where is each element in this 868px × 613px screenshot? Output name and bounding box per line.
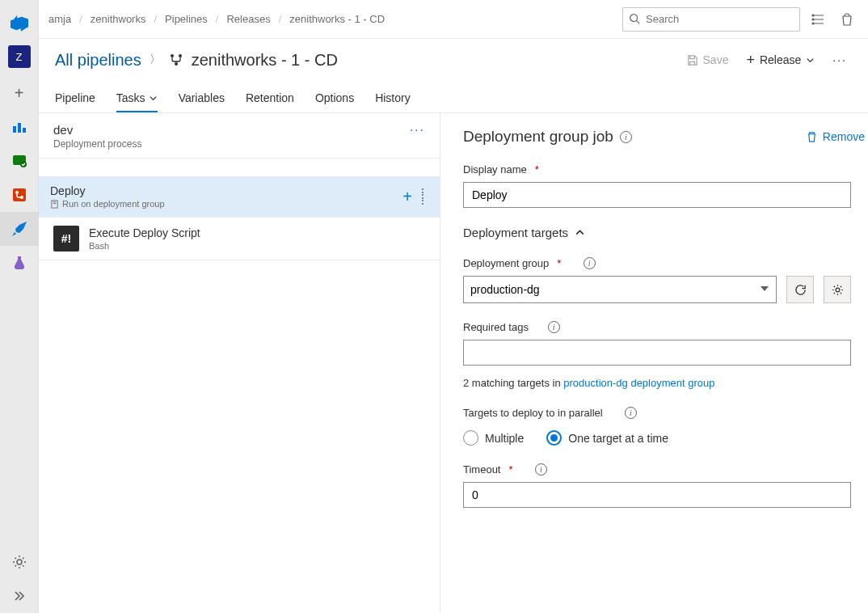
crumb[interactable]: zenithworks xyxy=(91,13,146,25)
trash-icon xyxy=(806,131,818,143)
manage-button[interactable] xyxy=(824,276,851,303)
all-pipelines-link[interactable]: All pipelines xyxy=(55,51,141,70)
required-tags-input[interactable] xyxy=(463,340,851,366)
display-name-input[interactable] xyxy=(463,182,851,208)
chevron-down-icon xyxy=(806,56,815,65)
svg-point-10 xyxy=(812,15,814,16)
release-button[interactable]: + Release xyxy=(741,49,820,72)
chevron-right-icon: 〉 xyxy=(150,53,161,67)
title-bar: All pipelines 〉 zenithworks - 1 - CD Sav… xyxy=(39,39,868,81)
pipeline-type-icon xyxy=(169,53,183,67)
info-icon[interactable]: i xyxy=(535,463,547,476)
matching-targets-text: 2 matching targets in production-dg depl… xyxy=(463,377,851,389)
stage-header[interactable]: dev Deployment process ··· xyxy=(39,113,440,159)
task-subtitle: Run on deployment group xyxy=(50,199,402,209)
timeout-input[interactable] xyxy=(463,482,851,508)
radio-multiple[interactable]: Multiple xyxy=(463,430,524,446)
tab-tasks[interactable]: Tasks xyxy=(116,91,158,112)
info-icon[interactable]: i xyxy=(548,321,560,333)
rail-boards-icon[interactable] xyxy=(0,144,39,178)
crumb[interactable]: amja xyxy=(48,13,71,25)
crumb[interactable]: Releases xyxy=(226,13,270,25)
task-list-pane: dev Deployment process ··· Deploy Run on… xyxy=(39,113,440,613)
azure-devops-logo[interactable] xyxy=(10,13,29,32)
svg-rect-5 xyxy=(13,188,26,201)
deployment-group-link[interactable]: production-dg deployment group xyxy=(563,377,714,389)
marketplace-icon[interactable] xyxy=(807,8,829,31)
main-area: amja/ zenithworks/ Pipelines/ Releases/ … xyxy=(39,0,868,613)
svg-point-9 xyxy=(630,14,638,21)
search-box[interactable] xyxy=(622,7,800,32)
save-icon xyxy=(686,54,698,66)
search-icon xyxy=(629,13,640,24)
add-icon[interactable]: + xyxy=(0,76,39,110)
tab-history[interactable]: History xyxy=(375,91,411,112)
svg-point-12 xyxy=(812,23,814,24)
rail-repos-icon[interactable] xyxy=(0,178,39,212)
info-icon[interactable]: i xyxy=(625,407,637,419)
required-tags-label: Required tags i xyxy=(463,321,851,333)
timeout-label: Timeout * i xyxy=(463,463,851,476)
tab-variables[interactable]: Variables xyxy=(179,91,225,112)
tab-strip: Pipeline Tasks Variables Retention Optio… xyxy=(39,81,868,113)
rail-settings-icon[interactable] xyxy=(0,545,39,579)
rail-collapse-icon[interactable] xyxy=(0,579,39,613)
bash-icon: #! xyxy=(53,226,79,252)
deployment-group-select[interactable]: production-dg xyxy=(463,276,777,303)
tab-retention[interactable]: Retention xyxy=(246,91,294,112)
deployment-group-label: Deployment group * i xyxy=(463,257,851,269)
task-title: Execute Deploy Script xyxy=(89,226,425,239)
svg-point-11 xyxy=(812,19,814,20)
server-icon xyxy=(50,200,59,209)
rail-testplans-icon[interactable] xyxy=(0,246,39,280)
stage-more-button[interactable]: ··· xyxy=(410,123,425,137)
svg-point-8 xyxy=(17,560,22,564)
chevron-down-icon xyxy=(149,94,158,103)
properties-pane: Deployment group job i Remove Display na… xyxy=(440,113,868,613)
rail-pipelines-icon[interactable] xyxy=(0,212,39,246)
breadcrumb: amja/ zenithworks/ Pipelines/ Releases/ … xyxy=(48,13,385,25)
svg-point-7 xyxy=(20,196,23,199)
task-subtitle: Bash xyxy=(89,241,425,251)
rail-overview-icon[interactable] xyxy=(0,110,39,144)
svg-point-17 xyxy=(836,288,840,292)
project-badge[interactable]: Z xyxy=(8,45,31,68)
svg-point-13 xyxy=(171,54,174,57)
plus-icon: + xyxy=(746,52,755,69)
info-icon[interactable]: i xyxy=(620,131,632,143)
crumb[interactable]: Pipelines xyxy=(165,13,208,25)
more-actions-button[interactable]: ··· xyxy=(828,50,852,70)
svg-point-6 xyxy=(15,191,19,194)
tab-options[interactable]: Options xyxy=(315,91,354,112)
task-deploy-job[interactable]: Deploy Run on deployment group + xyxy=(39,176,440,218)
info-icon[interactable]: i xyxy=(584,257,596,269)
search-input[interactable] xyxy=(622,7,800,32)
drag-handle-icon[interactable] xyxy=(420,188,425,205)
shopping-bag-icon[interactable] xyxy=(836,8,858,31)
add-task-button[interactable]: + xyxy=(402,188,412,206)
svg-rect-0 xyxy=(13,126,16,133)
svg-rect-2 xyxy=(23,128,26,133)
parallel-label: Targets to deploy to in parallel i xyxy=(463,407,851,419)
stage-subtitle: Deployment process xyxy=(53,138,410,150)
tab-pipeline[interactable]: Pipeline xyxy=(55,91,95,112)
refresh-button[interactable] xyxy=(786,276,814,303)
panel-heading: Deployment group job i xyxy=(463,128,632,146)
svg-point-15 xyxy=(175,62,178,66)
save-button[interactable]: Save xyxy=(681,50,734,70)
svg-rect-1 xyxy=(18,123,21,133)
deployment-targets-section[interactable]: Deployment targets xyxy=(463,226,868,239)
display-name-label: Display name * xyxy=(463,163,851,175)
left-rail: Z + xyxy=(0,0,39,613)
stage-name: dev xyxy=(53,123,410,137)
chevron-up-icon xyxy=(575,227,585,238)
pipeline-name: zenithworks - 1 - CD xyxy=(192,51,338,70)
crumb[interactable]: zenithworks - 1 - CD xyxy=(289,13,385,25)
task-title: Deploy xyxy=(50,184,402,197)
task-execute-script[interactable]: #! Execute Deploy Script Bash xyxy=(39,218,440,260)
remove-button[interactable]: Remove xyxy=(806,130,865,143)
top-bar: amja/ zenithworks/ Pipelines/ Releases/ … xyxy=(39,0,868,39)
svg-point-14 xyxy=(179,54,182,57)
radio-one-at-a-time[interactable]: One target at a time xyxy=(546,430,668,446)
